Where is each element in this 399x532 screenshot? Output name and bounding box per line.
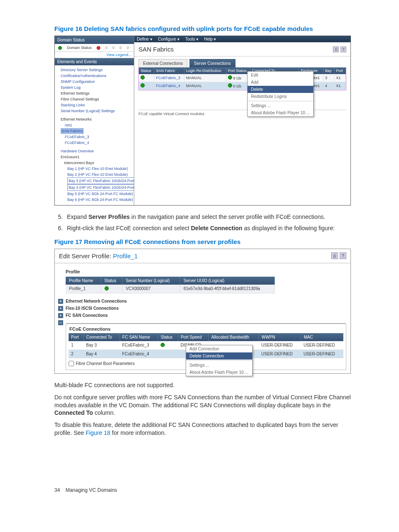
edit-profile-header: Edit Server Profile: Profile_1 ⎙ ? (55, 249, 350, 263)
tree-hw[interactable]: Hardware Overview (61, 148, 132, 154)
toolbar-menu[interactable]: Define ▾ Configure ▾ Tools ▾ Help ▾ (134, 36, 350, 42)
tree-sanfabrics[interactable]: SAN Fabrics (61, 128, 84, 134)
th-status: Status (158, 333, 178, 341)
td-login: MANUAL (184, 74, 226, 82)
th-mac: MAC (301, 333, 343, 341)
status-ok-icon (161, 343, 165, 347)
tree-f3[interactable]: FCoEFabric_3 (61, 134, 132, 140)
help-icon[interactable]: ? (340, 46, 346, 52)
step6-bold: Delete Connection (191, 225, 242, 231)
th-speed: Port Speed (178, 333, 209, 341)
nav-tree[interactable]: Directory Server Settings Certificates/A… (55, 65, 134, 205)
tree-snmp[interactable]: SNMP Configuration (61, 79, 132, 85)
th-connto: Connected To (84, 333, 120, 341)
print-icon[interactable]: ⎙ (331, 252, 338, 259)
expand-icon[interactable]: + (58, 313, 63, 318)
status-ok-icon (228, 75, 232, 80)
page-title: SAN Fabrics (138, 46, 174, 53)
tree-b3[interactable]: Bay 3 (HP VC FlexFabric 10Gb/24-Port Mod… (67, 177, 134, 184)
tree-enc1[interactable]: Enclosure1 (61, 154, 132, 160)
ctx-flash[interactable]: About Adobe Flash Player 10 ... (186, 369, 252, 376)
tree-snls[interactable]: Serial Number (Logical) Settings (61, 108, 132, 114)
expand-icon[interactable]: + (58, 299, 63, 304)
page-number: 34 (54, 487, 60, 493)
figure18-link[interactable]: Figure 18 (86, 429, 110, 436)
status-ok-icon (141, 75, 145, 80)
edit-profile-title-pre: Edit Server Profile: (59, 252, 113, 260)
td-sn: VCX0000007 (122, 285, 180, 293)
ctx-add-connection[interactable]: Add Connection (186, 345, 252, 352)
expand-icon[interactable]: + (58, 306, 63, 311)
para2-post: column. (93, 409, 115, 416)
fcoe-connections-panel: FCoE Connections Port Connected To FC SA… (66, 323, 346, 370)
ctx-settings[interactable]: Settings ... (248, 102, 313, 109)
td-connto: Bay 4 (84, 350, 120, 358)
exp-fcsan[interactable]: +FC SAN Connections (66, 312, 346, 319)
ctx-settings[interactable]: Settings ... (186, 362, 252, 369)
checkbox-icon[interactable] (69, 361, 74, 366)
exp-enc[interactable]: +Ethernet Network Connections (66, 298, 346, 305)
domain-status-label: Domain Status (67, 46, 92, 50)
para2-bold: Connected To (54, 409, 93, 416)
exp-iscsi[interactable]: +Flex-10 iSCSI Connections (66, 305, 346, 312)
tab-external-connections[interactable]: External Connections (138, 59, 187, 67)
exp-fcoe[interactable]: − (66, 319, 346, 321)
tree-stack[interactable]: Stacking Links (61, 102, 132, 108)
tree-directory[interactable]: Directory Server Settings (61, 67, 132, 73)
menu-define[interactable]: Define ▾ (137, 37, 152, 41)
tree-b2[interactable]: Bay 2 (HP VC Flex-10 Enet Module) (61, 172, 132, 177)
exp-enc-label: Ethernet Network Connections (66, 299, 127, 303)
status-count-0c: 0 (120, 46, 122, 50)
tree-eth[interactable]: Ethernet Settings (61, 90, 132, 96)
menu-tools[interactable]: Tools ▾ (185, 37, 198, 41)
figure17-screenshot: Edit Server Profile: Profile_1 ⎙ ? Profi… (54, 249, 351, 374)
status-ok-icon (228, 83, 232, 87)
ctx-delete[interactable]: Delete (248, 86, 313, 93)
tab-server-connections[interactable]: Server Connections (189, 59, 235, 67)
td-san: FCoEFabric_3 (154, 74, 184, 82)
tree-ib[interactable]: Interconnect Bays (61, 160, 132, 166)
td-uuid: 81e57e3d-9ba0-4f2f-bbef-61dd8121309a (180, 285, 274, 293)
ctx-delete-connection[interactable]: Delete Connection (186, 352, 252, 360)
td-bay: 3 (323, 74, 334, 82)
tree-syslog[interactable]: System Log (61, 85, 132, 90)
content-header: SAN Fabrics ⎙ ? (134, 42, 350, 57)
menu-help[interactable]: Help ▾ (204, 37, 216, 41)
tree-b5[interactable]: Bay 5 (HP VC 8Gb 24-Port FC Module) (61, 191, 132, 197)
exp-iscsi-label: Flex-10 iSCSI Connections (66, 306, 119, 311)
menu-configure[interactable]: Configure ▾ (158, 37, 179, 41)
th-port: Port (334, 67, 345, 74)
tree-f4[interactable]: FCoEFabric_4 (61, 140, 132, 146)
context-menu[interactable]: Add Connection Delete Connection Setting… (186, 345, 253, 376)
th-profile-name: Profile Name (66, 277, 101, 285)
tree-net1[interactable]: net1 (61, 122, 132, 128)
ctx-add[interactable]: Add (248, 79, 313, 86)
tree-b1[interactable]: Bay 1 (HP VC Flex-10 Enet Module) (61, 166, 132, 172)
table-row[interactable]: FCoEFabric_4 MANUAL 0 Gb 51:08:05:F3:00:… (139, 82, 346, 90)
ctx-separator (248, 101, 313, 101)
tree-cert[interactable]: Certificates/Authentications (61, 73, 132, 79)
edit-profile-body: Profile Profile Name Status Serial Numbe… (55, 263, 350, 373)
print-icon[interactable]: ⎙ (333, 46, 339, 52)
ctx-edit[interactable]: Edit (248, 72, 313, 79)
profile-section-header: Profile (66, 269, 346, 274)
ctx-flash[interactable]: About Adobe Flash Player 10 ... (248, 109, 313, 116)
th-login: Login Re-Distribution (184, 67, 226, 74)
elements-events-header: Elements and Events (55, 58, 134, 65)
figure16-title: Figure 16 Deleting SAN fabrics configure… (54, 25, 351, 32)
table-row[interactable]: FCoEFabric_3 MANUAL 8 Gb 51:08:05:F3:00:… (139, 74, 346, 82)
td-san: FCoEFabric_4 (154, 82, 184, 90)
view-legend-link[interactable]: View Legend... (55, 52, 134, 58)
collapse-icon[interactable]: − (58, 320, 63, 325)
help-icon[interactable]: ? (340, 252, 346, 259)
tree-b4[interactable]: Bay 4 (HP VC FlexFabric 10Gb/24-Port Mod… (67, 184, 134, 191)
th-bw: Allocated Bandwidth (209, 333, 259, 341)
tree-b6[interactable]: Bay 6 (HP VC 8Gb 24-Port FC Module) (61, 197, 132, 203)
tree-enet[interactable]: Ethernet Networks (61, 116, 132, 122)
context-menu[interactable]: Edit Add Delete Redistribute Logins Sett… (247, 71, 314, 117)
tree-fcs[interactable]: Fibre Channel Settings (61, 96, 132, 102)
th-fcsan: FC SAN Name (120, 333, 158, 341)
td-port: X1 (334, 74, 345, 82)
ctx-redist[interactable]: Redistribute Logins (248, 93, 313, 100)
td-pstat: 0 Gb (233, 84, 242, 88)
